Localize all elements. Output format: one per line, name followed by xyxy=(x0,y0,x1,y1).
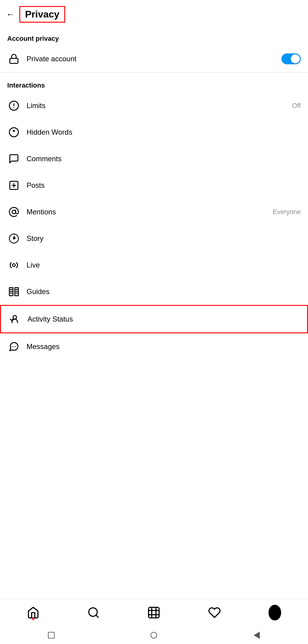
android-circle-icon xyxy=(151,632,157,639)
private-account-label: Private account xyxy=(27,55,281,63)
guides-label: Guides xyxy=(27,287,301,296)
posts-icon xyxy=(7,179,21,192)
story-icon xyxy=(7,232,21,245)
header: ← Privacy xyxy=(0,0,308,26)
interactions-section: Interactions Limits Off Hidden Words xyxy=(0,72,308,360)
svg-point-4 xyxy=(9,128,18,137)
android-back-icon xyxy=(254,632,260,639)
android-square-icon xyxy=(48,632,55,639)
mentions-label: Mentions xyxy=(27,208,270,216)
search-icon xyxy=(87,606,100,619)
story-item[interactable]: Story xyxy=(0,225,308,252)
hidden-words-icon xyxy=(7,126,21,139)
android-home-button[interactable] xyxy=(148,629,160,641)
activity-status-icon xyxy=(8,312,21,326)
live-label: Live xyxy=(27,261,301,269)
mentions-value: Everyone xyxy=(273,208,301,216)
svg-point-25 xyxy=(13,316,17,319)
posts-item[interactable]: Posts xyxy=(0,172,308,199)
account-privacy-section: Account privacy Private account xyxy=(0,26,308,72)
guides-item[interactable]: Guides xyxy=(0,278,308,305)
activity-status-label: Activity Status xyxy=(27,315,300,323)
bottom-navigation xyxy=(0,599,308,626)
comments-icon xyxy=(7,152,21,165)
guides-icon xyxy=(7,285,21,298)
nav-profile[interactable] xyxy=(268,606,281,619)
home-icon xyxy=(27,606,40,619)
messages-label: Messages xyxy=(27,342,301,351)
private-account-item[interactable]: Private account xyxy=(0,46,308,72)
nav-reels[interactable] xyxy=(148,606,160,619)
comments-item[interactable]: Comments xyxy=(0,146,308,172)
posts-label: Posts xyxy=(27,181,301,190)
heart-icon xyxy=(208,606,221,619)
limits-value: Off xyxy=(292,102,301,110)
alert-circle-icon xyxy=(7,99,21,112)
limits-label: Limits xyxy=(27,101,290,110)
back-button[interactable]: ← xyxy=(6,10,14,19)
svg-line-30 xyxy=(96,615,98,617)
android-recents-button[interactable] xyxy=(45,629,57,641)
mentions-item[interactable]: Mentions Everyone xyxy=(0,199,308,225)
interactions-label: Interactions xyxy=(0,72,308,92)
home-notification-dot xyxy=(32,618,34,620)
svg-line-13 xyxy=(14,237,15,237)
svg-point-14 xyxy=(13,264,15,267)
svg-point-27 xyxy=(14,346,14,347)
messages-icon xyxy=(7,340,21,353)
comments-label: Comments xyxy=(27,155,301,163)
nav-home[interactable] xyxy=(27,606,40,619)
hidden-words-label: Hidden Words xyxy=(27,128,301,136)
account-privacy-label: Account privacy xyxy=(0,26,308,46)
reels-icon xyxy=(148,606,160,619)
svg-rect-31 xyxy=(149,607,159,618)
page-title: Privacy xyxy=(19,6,65,23)
android-navigation-bar xyxy=(0,626,308,644)
nav-activity[interactable] xyxy=(208,606,221,619)
story-label: Story xyxy=(27,234,301,243)
mentions-icon xyxy=(7,205,21,219)
lock-icon xyxy=(7,52,21,66)
messages-item[interactable]: Messages xyxy=(0,333,308,360)
live-item[interactable]: Live xyxy=(0,252,308,278)
svg-point-12 xyxy=(14,238,14,239)
activity-status-item[interactable]: Activity Status xyxy=(0,305,308,333)
hidden-words-item[interactable]: Hidden Words xyxy=(0,119,308,146)
live-icon xyxy=(7,258,21,272)
android-back-button[interactable] xyxy=(251,629,263,641)
svg-rect-0 xyxy=(10,59,18,64)
limits-item[interactable]: Limits Off xyxy=(0,92,308,119)
private-account-toggle[interactable] xyxy=(281,53,301,64)
svg-point-28 xyxy=(15,346,16,347)
svg-point-26 xyxy=(12,346,13,347)
nav-search[interactable] xyxy=(87,606,100,619)
svg-point-8 xyxy=(12,210,16,214)
profile-avatar xyxy=(268,606,281,619)
